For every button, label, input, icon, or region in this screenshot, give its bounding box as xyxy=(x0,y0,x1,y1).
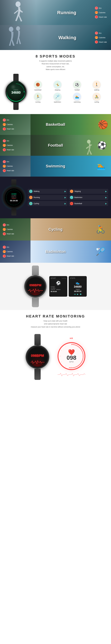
walking-stats: 📍 Km 🔥 Calories ❤️ Heart rate xyxy=(95,32,107,44)
swimming-watch-section: #23450 23.45km 2345CAL 098bpm 00:34:00 🚶… xyxy=(0,176,111,218)
training-watch-gray: 098BPM xyxy=(24,266,46,307)
sport-training-section: 098BPM SPORT Training ⚽ #23450 23.45km 2… xyxy=(0,263,111,310)
running-label: Running xyxy=(57,10,76,15)
stop-icon[interactable]: ⏹ xyxy=(80,293,82,295)
football-stats: 📍 Km 🔥 Calories ❤️ Heart rate xyxy=(0,135,30,156)
bad-km-icon: 📍 xyxy=(3,246,6,249)
basketball-stats: 📍 Km 🔥 Calories ❤️ Heart rate xyxy=(0,114,30,135)
walking-heart: Heart rate xyxy=(99,41,107,43)
cycling-section: 📍 Km 🔥 Calories ❤️ Heart rate 🚴 Cycling xyxy=(0,218,111,240)
swim-km-icon: 📍 xyxy=(3,160,6,163)
sports-modes-title: 8 SPORTS MODES xyxy=(5,54,106,58)
running-stats: 📍 Km 🔥 Calories ❤️ Heart rate xyxy=(95,6,107,18)
swim-hr-icon: ❤️ xyxy=(3,169,6,172)
heart-icon-2: ❤️ xyxy=(95,40,98,44)
badminton-row-icon: 🏸 xyxy=(70,196,73,199)
svg-line-17 xyxy=(61,350,62,350)
svg-point-5 xyxy=(6,190,21,205)
hr-circle: ❤️ 098 BPM xyxy=(58,342,85,370)
football-label: football xyxy=(75,89,80,91)
cyc-hr-icon: ❤️ xyxy=(3,232,6,235)
sport-item-football: ⚽ football xyxy=(68,81,86,91)
foot-cal-icon: 🔥 xyxy=(3,144,6,147)
running-row-icon: 🏃 xyxy=(29,196,32,199)
sport-card: SPORT Training ⚽ #23450 23.45km 2345cal … xyxy=(49,276,67,297)
activity-row-skipping: 🤸 Skipping ▶ xyxy=(69,189,108,194)
football-section: 📍 Km 🔥 Calories ❤️ Heart rate ⚽ Football xyxy=(0,135,111,156)
steps-card: STEPS 👟 34680 TIMER 00:00:34 ⏮ ▶ ⏹ xyxy=(69,276,87,297)
cycling-stats: 📍 Km 🔥 Calories ❤️ Heart rate xyxy=(0,218,30,240)
svg-point-1 xyxy=(9,27,13,32)
svg-line-18 xyxy=(66,346,66,346)
basketball-icon: 🏀 xyxy=(34,81,42,88)
basketball-photo: 🏀 xyxy=(30,114,111,135)
badminton-section: 📍 Km 🔥 Calories ❤️ Heart rate 🏸 Badminto… xyxy=(0,240,111,263)
swimming-photo: 🏊 xyxy=(30,156,111,176)
activity-row-badminton: 🏸 Badminton ▶ xyxy=(69,195,108,200)
badminton-label: Badminton xyxy=(45,250,66,254)
sports-modes-content: STEPS 34680 🏀 basketball � xyxy=(5,74,106,110)
heart-rate-desc: Keep up to date with your health wrist o… xyxy=(5,320,106,328)
svg-point-2 xyxy=(16,26,20,31)
location-icon-2: 📍 xyxy=(95,32,98,34)
swimming-label: Swimming xyxy=(46,164,65,168)
basketball-section: 📍 Km 🔥 Calories ❤️ Heart rate 🏀 Basketba… xyxy=(0,114,111,135)
sport-item-badminton: 🏸 badminton xyxy=(49,93,66,103)
sport-item-swimming: 🏊 swimming xyxy=(68,93,86,103)
cyc-km-icon: 📍 xyxy=(3,224,6,226)
walking-section: Walking 📍 Km 🔥 Calories ❤️ Heart rate xyxy=(0,25,111,50)
play-icon[interactable]: ▶ xyxy=(77,293,79,295)
bball-cal-icon: 🔥 xyxy=(3,123,6,126)
bball-km-icon: 📍 xyxy=(3,118,6,122)
swimming-label: swimming xyxy=(74,101,81,103)
bad-cal-icon: 🔥 xyxy=(3,250,6,253)
activity-rows-grid: 🚶 Walking ▶ 🤸 Skipping ▶ 🏃 Running ▶ 🏸 B… xyxy=(28,189,108,206)
running-calories: Calories xyxy=(99,12,106,14)
running-icon: 🏃 xyxy=(34,93,42,100)
sports-icons-grid: 🏀 basketball 🤸 skipping ⚽ football 🚶 wal… xyxy=(29,81,106,103)
cycling-photo: 🚴 xyxy=(30,218,111,240)
running-section: Running 📍 Km 🔥 Calories ❤️ Heart rate xyxy=(0,0,111,25)
walking-calories: Calories xyxy=(99,36,106,39)
swim-cal-icon: 🔥 xyxy=(3,165,6,168)
swimming-watch: #23450 23.45km 2345CAL 098bpm 00:34:00 xyxy=(3,180,25,216)
bball-hr-icon: ❤️ xyxy=(3,128,6,130)
sports-modes-desc: It supports multiple daily movement patt… xyxy=(5,60,106,71)
running-label-icon: running xyxy=(35,101,40,103)
badminton-photo: 🏸 xyxy=(30,240,111,263)
heart-rate-main-title: HEART RATE MONITORING xyxy=(5,314,106,318)
basketball-label: Basketball xyxy=(46,122,65,127)
hr-circle-display: HR xyxy=(58,337,85,377)
sport-item-cycling: 🚴 cycling xyxy=(88,93,106,103)
location-icon: 📍 xyxy=(95,6,98,10)
walking-row-icon: 🚶 xyxy=(29,190,32,193)
sport-item-basketball: 🏀 basketball xyxy=(29,81,47,91)
running-km: Km xyxy=(99,7,102,9)
svg-point-0 xyxy=(15,2,20,7)
running-heart: Heart rate xyxy=(99,16,107,18)
prev-icon[interactable]: ⏮ xyxy=(74,293,76,295)
badminton-label: badminton xyxy=(54,101,61,103)
football-icon: ⚽ xyxy=(73,81,81,88)
hr-gray-watch: 098BPM xyxy=(26,334,49,380)
swimming-section: 📍 Km 🔥 Calories ❤️ Heart rate 🏊 Swimming xyxy=(0,156,111,176)
foot-km-icon: 📍 xyxy=(3,139,6,142)
sports-modes-section: 8 SPORTS MODES It supports multiple dail… xyxy=(0,50,111,114)
sport-item-running: 🏃 running xyxy=(29,93,47,103)
svg-line-15 xyxy=(61,362,62,362)
walking-label-icon: walking xyxy=(94,89,99,91)
sport-item-skipping: 🤸 skipping xyxy=(49,81,66,91)
badminton-stats: 📍 Km 🔥 Calories ❤️ Heart rate xyxy=(0,240,30,263)
bad-hr-icon: ❤️ xyxy=(3,254,6,258)
activity-row-basketball: 🏀 Basketball ▶ xyxy=(69,201,108,206)
svg-point-3 xyxy=(24,91,24,92)
cycling-label: Cycling xyxy=(48,227,62,232)
basketball-row-icon: 🏀 xyxy=(70,202,73,205)
cycling-label: cycling xyxy=(94,101,99,103)
training-cards: SPORT Training ⚽ #23450 23.45km 2345cal … xyxy=(49,276,87,297)
svg-point-4 xyxy=(87,140,91,144)
heart-icon: ❤️ xyxy=(95,16,98,18)
walking-label: Walking xyxy=(58,35,76,40)
calories-icon-2: 🔥 xyxy=(95,36,98,39)
swimming-stats: 📍 Km 🔥 Calories ❤️ Heart rate xyxy=(0,156,30,176)
